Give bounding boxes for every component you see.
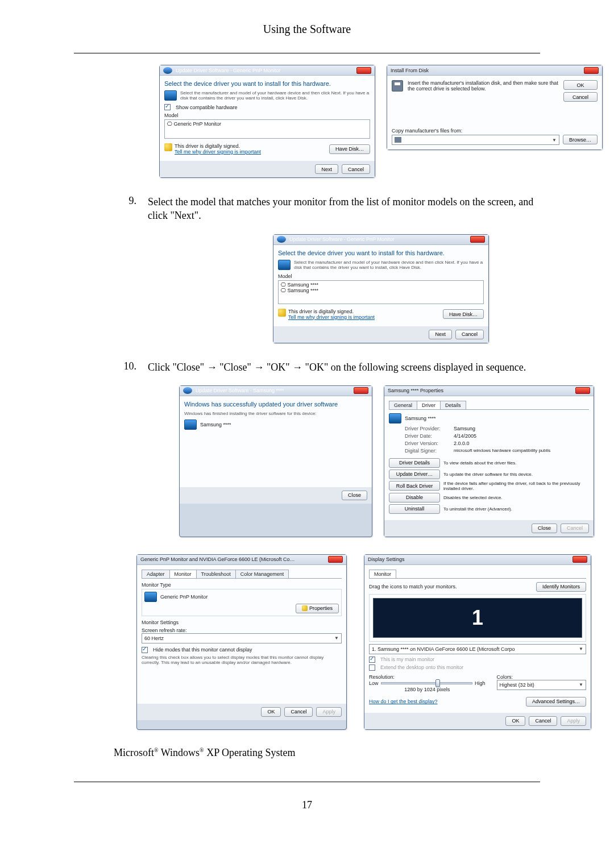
group-monitor-type: Monitor Type: [142, 582, 342, 588]
resolution-value: 1280 by 1024 pixels: [369, 687, 486, 692]
tab-monitor[interactable]: Monitor: [369, 570, 396, 578]
cancel-button[interactable]: Cancel: [455, 330, 484, 339]
close-icon[interactable]: [575, 387, 590, 394]
disable-button[interactable]: Disable: [389, 493, 440, 502]
reg-mark: ®: [200, 747, 204, 753]
close-button[interactable]: Close: [342, 491, 367, 500]
model-list[interactable]: 🖵 Samsung **** 🖵 Samsung ****: [278, 280, 484, 304]
res-high: High: [475, 680, 486, 686]
hide-modes-label: Hide modes that this monitor cannot disp…: [153, 647, 252, 653]
back-icon[interactable]: [277, 236, 286, 243]
chevron-down-icon: ▼: [552, 138, 557, 143]
colors-label: Colors:: [497, 674, 586, 680]
close-icon[interactable]: [572, 556, 587, 563]
apply-button[interactable]: Apply: [316, 707, 342, 717]
headline: Select the device driver you want to ins…: [164, 80, 370, 87]
window-body: Adapter Monitor Troubleshoot Color Manag…: [137, 565, 346, 704]
tab-monitor[interactable]: Monitor: [169, 570, 197, 578]
monitor-icon: [184, 420, 197, 430]
properties-label: Properties: [309, 605, 333, 611]
window-driver-properties: Samsung **** Properties General Driver D…: [384, 385, 594, 537]
tab-color-management[interactable]: Color Management: [235, 570, 289, 578]
ok-button[interactable]: OK: [563, 80, 598, 90]
best-display-link[interactable]: How do I get the best display?: [369, 699, 438, 704]
window-body: Insert the manufacturer's installation d…: [387, 76, 602, 149]
display-device-select[interactable]: 1. Samsung **** on NVIDIA GeForce 6600 L…: [369, 644, 586, 654]
list-item[interactable]: 🖵 Samsung ****: [281, 288, 481, 293]
cancel-button[interactable]: Cancel: [563, 92, 598, 102]
step-10: 10. Click "Close" → "Close" → "OK" → "OK…: [114, 360, 540, 374]
refresh-rate-select[interactable]: 60 Hertz ▼: [142, 633, 342, 643]
page-title: Using the Software: [0, 23, 614, 36]
have-disk-button[interactable]: Have Disk…: [329, 144, 370, 154]
next-button[interactable]: Next: [429, 330, 452, 339]
window-title: Update Driver Software · Generic PnP Mon…: [289, 236, 470, 242]
signed-text: This driver is digitally signed.: [288, 309, 375, 314]
device-name: Samsung ****: [200, 422, 231, 427]
button-row: Close Cancel: [384, 520, 594, 537]
driver-details-button[interactable]: Driver Details: [389, 458, 440, 468]
colors-value: Highest (32 bit): [500, 682, 534, 688]
have-disk-button[interactable]: Have Disk…: [443, 309, 484, 319]
close-icon[interactable]: [328, 556, 343, 563]
headline: Windows has successfully updated your dr…: [184, 401, 367, 408]
close-icon[interactable]: [354, 387, 368, 394]
monitor-preview[interactable]: 1: [373, 598, 582, 638]
window-body: General Driver Details Samsung **** Driv…: [384, 396, 594, 520]
back-icon[interactable]: [183, 387, 192, 394]
close-icon[interactable]: [356, 67, 371, 74]
uninstall-button[interactable]: Uninstall: [389, 504, 440, 514]
monitor-icon: [278, 260, 291, 270]
properties-button[interactable]: Properties: [296, 604, 339, 613]
main-monitor-checkbox[interactable]: [369, 657, 375, 663]
why-signing-link[interactable]: Tell me why driver signing is important: [288, 314, 375, 320]
tab-troubleshoot[interactable]: Troubleshoot: [196, 570, 236, 578]
figure-row-3: Update Driver Software · Samsung **** Wi…: [159, 385, 614, 537]
button-row: Next Cancel: [273, 326, 488, 343]
v-provider: Samsung: [454, 426, 475, 431]
ok-button[interactable]: OK: [261, 707, 281, 717]
ok-button[interactable]: OK: [505, 716, 525, 726]
k-version: Driver Version:: [405, 441, 450, 446]
tab-driver[interactable]: Driver: [417, 401, 441, 409]
slider-thumb[interactable]: [435, 679, 440, 687]
titlebar: Update Driver Software · Generic PnP Mon…: [273, 235, 488, 245]
close-icon[interactable]: [470, 236, 485, 243]
window-display-settings: Display Settings Monitor Drag the icons …: [364, 554, 591, 730]
identify-monitors-button[interactable]: Identify Monitors: [536, 582, 586, 592]
colors-select[interactable]: Highest (32 bit) ▼: [497, 680, 586, 690]
sub-text: Windows has finished installing the driv…: [184, 411, 367, 416]
back-icon[interactable]: [163, 67, 172, 74]
update-driver-button[interactable]: Update Driver…: [389, 470, 440, 479]
close-button[interactable]: Close: [532, 524, 557, 533]
show-compatible-checkbox[interactable]: [164, 104, 171, 110]
cancel-button[interactable]: Cancel: [561, 524, 589, 533]
extend-desktop-checkbox[interactable]: [369, 665, 375, 671]
preview-number: 1: [472, 606, 483, 630]
advanced-settings-button[interactable]: Advanced Settings…: [526, 697, 586, 707]
hide-modes-checkbox[interactable]: [142, 647, 148, 653]
resolution-slider[interactable]: [381, 682, 473, 684]
warning-text: Clearing this check box allows you to se…: [142, 655, 342, 665]
why-signing-link[interactable]: Tell me why driver signing is important: [175, 149, 261, 155]
cancel-button[interactable]: Cancel: [342, 164, 370, 174]
copy-from-select[interactable]: ▼: [392, 135, 559, 145]
step-text: Click "Close" → "Close" → "OK" → "OK" on…: [148, 360, 540, 374]
next-button[interactable]: Next: [315, 164, 338, 174]
window-install-from-disk: Install From Disk Insert the manufacture…: [387, 65, 603, 150]
tab-general[interactable]: General: [389, 401, 417, 409]
browse-button[interactable]: Browse…: [563, 135, 598, 144]
hint-text: Select the manufacturer and model of you…: [180, 90, 370, 101]
apply-button[interactable]: Apply: [561, 716, 586, 726]
disk-text: Insert the manufacturer's installation d…: [408, 80, 559, 102]
tab-details[interactable]: Details: [440, 401, 466, 409]
list-item[interactable]: 🖵 Generic PnP Monitor: [167, 121, 367, 127]
tab-adapter[interactable]: Adapter: [142, 570, 170, 578]
window-body: Select the device driver you want to ins…: [160, 76, 375, 161]
cancel-button[interactable]: Cancel: [529, 716, 557, 726]
cancel-button[interactable]: Cancel: [284, 707, 313, 717]
rollback-driver-button[interactable]: Roll Back Driver: [389, 481, 440, 491]
model-list[interactable]: 🖵 Generic PnP Monitor: [164, 119, 370, 139]
list-item[interactable]: 🖵 Samsung ****: [281, 282, 481, 288]
close-icon[interactable]: [584, 67, 599, 74]
